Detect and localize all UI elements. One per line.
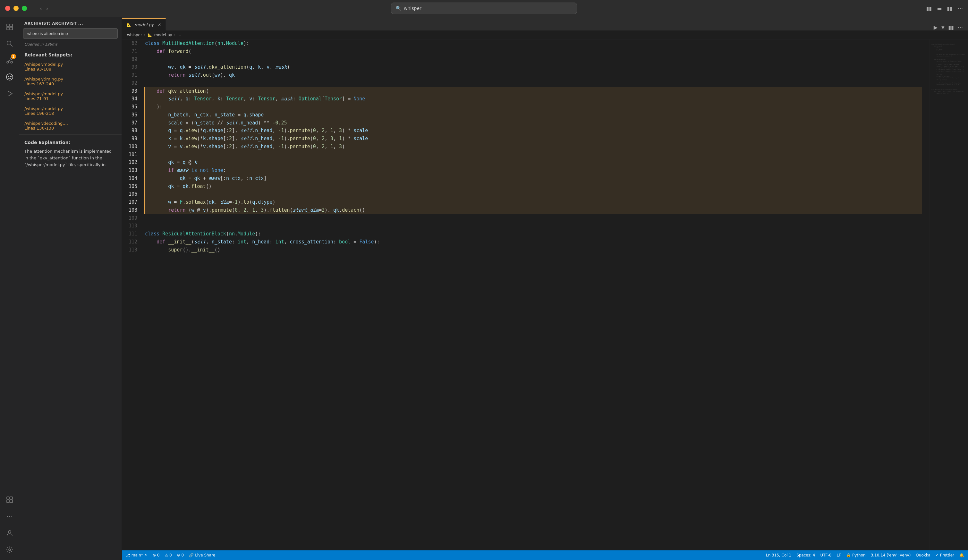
- search-input[interactable]: [23, 28, 118, 39]
- sidebar-item-search[interactable]: [2, 36, 17, 51]
- svg-rect-14: [7, 500, 9, 503]
- sidebar-item-explorer[interactable]: [2, 19, 17, 35]
- svg-rect-2: [7, 27, 9, 30]
- check-icon: ✓: [936, 553, 939, 557]
- spaces-setting[interactable]: Spaces: 4: [796, 553, 815, 557]
- python-version[interactable]: 3.10.14 ('env': venv): [871, 553, 911, 557]
- branch-name: main*: [131, 553, 143, 557]
- code-line-99: k = k.view(*k.shape[:2], self.n_head, -1…: [144, 135, 922, 143]
- sidebar-item-run-debug[interactable]: [2, 86, 17, 101]
- code-line-95: ):: [144, 103, 922, 111]
- explanation-title: Code Explanation:: [19, 136, 121, 147]
- svg-point-8: [11, 61, 13, 63]
- ln-107: 107: [122, 198, 137, 206]
- titlebar: ‹ › 🔍 whisper ▮▮ ▬ ▮▮ ⋯: [0, 0, 968, 17]
- network-status[interactable]: ⊗ 0: [177, 553, 184, 557]
- sidebar-item-source-control[interactable]: 2: [2, 53, 17, 68]
- snippet-item-1[interactable]: /whisper/model.py Lines 93-108: [19, 59, 121, 74]
- sidebar-item-settings[interactable]: [2, 542, 17, 557]
- sidebar-item-ai-assistant[interactable]: [2, 69, 17, 84]
- global-search-bar[interactable]: 🔍 whisper: [391, 3, 577, 14]
- ln-97: 97: [122, 119, 137, 127]
- code-line-89: [145, 55, 922, 63]
- run-dropdown-icon[interactable]: ▼: [941, 25, 944, 30]
- notification-bell[interactable]: 🔔: [959, 553, 964, 557]
- snippet-item-3[interactable]: /whisper/model.py Lines 71-91: [19, 89, 121, 104]
- sidebar-toggle-icon[interactable]: ▮▮: [926, 5, 932, 12]
- svg-rect-17: [7, 497, 9, 499]
- editor-more-options[interactable]: ⋯: [958, 24, 963, 30]
- snippet-item-4[interactable]: /whisper/model.py Lines 196-218: [19, 104, 121, 118]
- svg-point-19: [9, 549, 11, 551]
- breadcrumb: whisper › 📐 model.py › ...: [122, 31, 968, 40]
- encoding-label: UTF-8: [820, 553, 831, 557]
- python-file-icon: 📐: [126, 22, 132, 27]
- query-time: Queried in 198ms: [19, 41, 121, 50]
- code-line-111: class ResidualAttentionBlock(nn.Module):: [145, 230, 922, 238]
- git-branch[interactable]: ⎇ main* ↻: [126, 553, 148, 557]
- svg-marker-13: [8, 91, 12, 96]
- run-button[interactable]: ▶: [934, 24, 938, 30]
- sidebar-item-more[interactable]: ⋯: [2, 509, 17, 524]
- encoding-setting[interactable]: UTF-8: [820, 553, 831, 557]
- live-share[interactable]: 🔗 Live Share: [189, 553, 215, 557]
- errors-label: ⊗ 0: [152, 553, 160, 557]
- code-line-90: wv, qk = self.qkv_attention(q, k, v, mas…: [145, 63, 922, 71]
- warning-count[interactable]: ⚠ 0: [164, 553, 172, 557]
- prettier-label: Prettier: [940, 553, 954, 557]
- error-count[interactable]: ⊗ 0: [152, 553, 160, 557]
- snippet-item-2[interactable]: /whisper/timing.py Lines 163-240: [19, 74, 121, 89]
- forward-button[interactable]: ›: [46, 5, 48, 12]
- breadcrumb-sep-2: ›: [174, 33, 176, 37]
- code-line-108: return (w @ v).permute(0, 2, 1, 3).flatt…: [144, 206, 922, 214]
- ln-91: 91: [122, 71, 137, 79]
- cursor-position[interactable]: Ln 315, Col 1: [766, 553, 791, 557]
- tab-bar: 📐 model.py ✕ ▶ ▼ ▮▮ ⋯: [122, 17, 968, 31]
- ln-100: 100: [122, 143, 137, 151]
- code-line-92: [145, 79, 922, 87]
- ln-111: 111: [122, 230, 137, 238]
- status-bar: ⎇ main* ↻ ⊗ 0 ⚠ 0 ⊗ 0 🔗 Live Share: [122, 550, 968, 560]
- breadcrumb-file[interactable]: model.py: [154, 33, 172, 37]
- code-line-97: scale = (n_state // self.n_head) ** -0.2…: [144, 119, 922, 127]
- breadcrumb-file-icon: 📐: [148, 33, 152, 37]
- activity-bar: 2: [0, 17, 19, 560]
- close-button[interactable]: [5, 6, 10, 11]
- language-selector[interactable]: 🔒 Python: [846, 553, 866, 557]
- code-content[interactable]: class MultiHeadAttention(nn.Module): def…: [143, 40, 930, 550]
- ln-102: 102: [122, 159, 137, 166]
- split-editor-icon[interactable]: ▮▮: [947, 5, 953, 12]
- breadcrumb-more[interactable]: ...: [177, 33, 181, 37]
- layout-icon[interactable]: ▬: [937, 5, 942, 12]
- more-options-icon[interactable]: ⋯: [958, 5, 963, 12]
- sidebar-item-accounts[interactable]: [2, 525, 17, 541]
- maximize-button[interactable]: [22, 6, 27, 11]
- ln-93: 93: [122, 87, 137, 95]
- sidebar-item-extensions[interactable]: [2, 492, 17, 507]
- ln-110: 110: [122, 222, 137, 230]
- ln-89: 89: [122, 55, 137, 63]
- sidebar-panel: ARCHIVIST: ARCHIVIST ... Queried in 198m…: [19, 17, 122, 560]
- code-line-98: q = q.view(*q.shape[:2], self.n_head, -1…: [144, 127, 922, 135]
- code-line-71: def forward(: [145, 48, 922, 55]
- ln-96: 96: [122, 111, 137, 119]
- ln-95: 95: [122, 103, 137, 111]
- quokka-plugin[interactable]: Quokka: [916, 553, 930, 557]
- split-editor-button[interactable]: ▮▮: [948, 24, 954, 30]
- prettier-plugin[interactable]: ✓ Prettier: [936, 553, 954, 557]
- svg-point-12: [10, 76, 12, 77]
- search-text: whisper: [404, 6, 421, 11]
- tab-close-button[interactable]: ✕: [158, 22, 161, 27]
- snippet-item-5[interactable]: /whisper/decoding.... Lines 130-130: [19, 118, 121, 133]
- breadcrumb-root[interactable]: whisper: [127, 33, 142, 37]
- ln-92: 92: [122, 79, 137, 87]
- language-label: Python: [852, 553, 866, 557]
- code-line-106: [144, 190, 922, 198]
- tab-model-py[interactable]: 📐 model.py ✕: [122, 18, 166, 30]
- line-numbers: 62 71 89 90 91 92 93 94 95 96 97 98 99 1…: [122, 40, 143, 550]
- back-button[interactable]: ‹: [40, 5, 42, 12]
- line-ending-setting[interactable]: LF: [837, 553, 841, 557]
- minimize-button[interactable]: [13, 6, 18, 11]
- svg-point-11: [8, 76, 9, 77]
- code-line-100: v = v.view(*v.shape[:2], self.n_head, -1…: [144, 143, 922, 151]
